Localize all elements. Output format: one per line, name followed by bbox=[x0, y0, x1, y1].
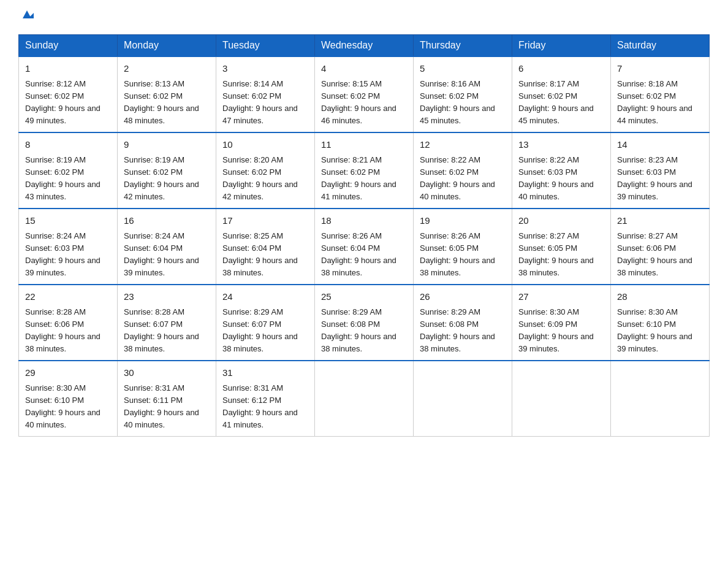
calendar-cell: 9Sunrise: 8:19 AMSunset: 6:02 PMDaylight… bbox=[118, 132, 216, 209]
day-info: Sunrise: 8:23 AMSunset: 6:03 PMDaylight:… bbox=[617, 154, 703, 204]
daylight-text: Daylight: 9 hours and 38 minutes. bbox=[420, 256, 495, 277]
day-number: 10 bbox=[222, 138, 308, 152]
sunrise-text: Sunrise: 8:16 AM bbox=[420, 79, 480, 88]
sunset-text: Sunset: 6:02 PM bbox=[321, 167, 380, 177]
sunrise-text: Sunrise: 8:13 AM bbox=[124, 79, 184, 88]
col-tuesday: Tuesday bbox=[216, 35, 315, 57]
day-number: 13 bbox=[518, 138, 604, 152]
daylight-text: Daylight: 9 hours and 40 minutes. bbox=[420, 180, 495, 201]
sunset-text: Sunset: 6:02 PM bbox=[321, 91, 380, 101]
page-wrapper: Sunday Monday Tuesday Wednesday Thursday… bbox=[18, 12, 710, 437]
sunrise-text: Sunrise: 8:21 AM bbox=[321, 155, 382, 164]
day-info: Sunrise: 8:28 AMSunset: 6:07 PMDaylight:… bbox=[124, 306, 210, 356]
calendar-cell: 7Sunrise: 8:18 AMSunset: 6:02 PMDaylight… bbox=[611, 56, 710, 132]
sunrise-text: Sunrise: 8:27 AM bbox=[518, 231, 579, 240]
calendar-cell: 8Sunrise: 8:19 AMSunset: 6:02 PMDaylight… bbox=[19, 132, 118, 209]
day-info: Sunrise: 8:21 AMSunset: 6:02 PMDaylight:… bbox=[321, 154, 407, 204]
day-number: 9 bbox=[124, 138, 210, 152]
day-number: 27 bbox=[518, 290, 604, 304]
day-number: 6 bbox=[518, 62, 604, 76]
sunset-text: Sunset: 6:02 PM bbox=[25, 167, 84, 177]
sunset-text: Sunset: 6:03 PM bbox=[617, 167, 676, 177]
sunset-text: Sunset: 6:02 PM bbox=[222, 91, 281, 101]
calendar-cell: 17Sunrise: 8:25 AMSunset: 6:04 PMDayligh… bbox=[216, 209, 315, 285]
col-sunday: Sunday bbox=[19, 35, 118, 57]
day-info: Sunrise: 8:27 AMSunset: 6:06 PMDaylight:… bbox=[617, 230, 703, 280]
day-info: Sunrise: 8:26 AMSunset: 6:04 PMDaylight:… bbox=[321, 230, 407, 280]
sunset-text: Sunset: 6:05 PM bbox=[518, 243, 577, 253]
day-number: 1 bbox=[25, 62, 111, 76]
day-number: 14 bbox=[617, 138, 703, 152]
sunset-text: Sunset: 6:08 PM bbox=[420, 320, 479, 329]
calendar-table: Sunday Monday Tuesday Wednesday Thursday… bbox=[18, 34, 710, 437]
calendar-cell bbox=[611, 361, 710, 437]
calendar-cell bbox=[315, 361, 414, 437]
day-info: Sunrise: 8:31 AMSunset: 6:12 PMDaylight:… bbox=[222, 382, 308, 432]
day-info: Sunrise: 8:22 AMSunset: 6:03 PMDaylight:… bbox=[518, 154, 604, 204]
calendar-cell: 20Sunrise: 8:27 AMSunset: 6:05 PMDayligh… bbox=[512, 209, 611, 285]
day-info: Sunrise: 8:30 AMSunset: 6:10 PMDaylight:… bbox=[25, 382, 111, 432]
sunset-text: Sunset: 6:02 PM bbox=[222, 167, 281, 177]
day-number: 8 bbox=[25, 138, 111, 152]
sunrise-text: Sunrise: 8:24 AM bbox=[25, 231, 86, 240]
day-info: Sunrise: 8:18 AMSunset: 6:02 PMDaylight:… bbox=[617, 78, 703, 128]
sunrise-text: Sunrise: 8:12 AM bbox=[25, 79, 86, 88]
sunset-text: Sunset: 6:12 PM bbox=[222, 396, 281, 405]
calendar-cell: 10Sunrise: 8:20 AMSunset: 6:02 PMDayligh… bbox=[216, 132, 315, 209]
sunrise-text: Sunrise: 8:25 AM bbox=[222, 231, 283, 240]
daylight-text: Daylight: 9 hours and 43 minutes. bbox=[25, 180, 100, 201]
day-number: 17 bbox=[222, 214, 308, 228]
daylight-text: Daylight: 9 hours and 49 minutes. bbox=[25, 104, 100, 125]
day-info: Sunrise: 8:29 AMSunset: 6:08 PMDaylight:… bbox=[321, 306, 407, 356]
day-number: 18 bbox=[321, 214, 407, 228]
daylight-text: Daylight: 9 hours and 41 minutes. bbox=[321, 180, 396, 201]
day-number: 31 bbox=[222, 366, 308, 380]
daylight-text: Daylight: 9 hours and 46 minutes. bbox=[321, 104, 396, 125]
day-info: Sunrise: 8:28 AMSunset: 6:06 PMDaylight:… bbox=[25, 306, 111, 356]
calendar-cell: 4Sunrise: 8:15 AMSunset: 6:02 PMDaylight… bbox=[315, 56, 414, 132]
day-info: Sunrise: 8:19 AMSunset: 6:02 PMDaylight:… bbox=[124, 154, 210, 204]
sunrise-text: Sunrise: 8:27 AM bbox=[617, 231, 678, 240]
sunset-text: Sunset: 6:02 PM bbox=[25, 91, 84, 101]
day-info: Sunrise: 8:26 AMSunset: 6:05 PMDaylight:… bbox=[420, 230, 506, 280]
sunset-text: Sunset: 6:04 PM bbox=[321, 243, 380, 253]
day-number: 29 bbox=[25, 366, 111, 380]
daylight-text: Daylight: 9 hours and 38 minutes. bbox=[518, 256, 594, 277]
sunrise-text: Sunrise: 8:30 AM bbox=[617, 307, 678, 316]
daylight-text: Daylight: 9 hours and 40 minutes. bbox=[518, 180, 594, 201]
day-info: Sunrise: 8:15 AMSunset: 6:02 PMDaylight:… bbox=[321, 78, 407, 128]
sunset-text: Sunset: 6:09 PM bbox=[518, 320, 577, 329]
sunrise-text: Sunrise: 8:15 AM bbox=[321, 79, 382, 88]
sunrise-text: Sunrise: 8:14 AM bbox=[222, 79, 283, 88]
sunset-text: Sunset: 6:02 PM bbox=[420, 167, 479, 177]
day-number: 3 bbox=[222, 62, 308, 76]
day-number: 16 bbox=[124, 214, 210, 228]
day-info: Sunrise: 8:22 AMSunset: 6:02 PMDaylight:… bbox=[420, 154, 506, 204]
sunrise-text: Sunrise: 8:19 AM bbox=[25, 155, 86, 164]
calendar-cell: 21Sunrise: 8:27 AMSunset: 6:06 PMDayligh… bbox=[611, 209, 710, 285]
daylight-text: Daylight: 9 hours and 47 minutes. bbox=[222, 104, 298, 125]
calendar-cell: 19Sunrise: 8:26 AMSunset: 6:05 PMDayligh… bbox=[414, 209, 512, 285]
sunset-text: Sunset: 6:03 PM bbox=[518, 167, 577, 177]
daylight-text: Daylight: 9 hours and 45 minutes. bbox=[420, 104, 495, 125]
sunset-text: Sunset: 6:10 PM bbox=[617, 320, 676, 329]
calendar-cell: 30Sunrise: 8:31 AMSunset: 6:11 PMDayligh… bbox=[118, 361, 216, 437]
sunrise-text: Sunrise: 8:30 AM bbox=[25, 383, 86, 393]
day-number: 11 bbox=[321, 138, 407, 152]
daylight-text: Daylight: 9 hours and 42 minutes. bbox=[222, 180, 298, 201]
sunrise-text: Sunrise: 8:26 AM bbox=[420, 231, 480, 240]
week-row-2: 8Sunrise: 8:19 AMSunset: 6:02 PMDaylight… bbox=[19, 132, 710, 209]
day-info: Sunrise: 8:24 AMSunset: 6:03 PMDaylight:… bbox=[25, 230, 111, 280]
calendar-cell: 16Sunrise: 8:24 AMSunset: 6:04 PMDayligh… bbox=[118, 209, 216, 285]
sunrise-text: Sunrise: 8:29 AM bbox=[321, 307, 382, 316]
calendar-cell: 1Sunrise: 8:12 AMSunset: 6:02 PMDaylight… bbox=[19, 56, 118, 132]
week-row-1: 1Sunrise: 8:12 AMSunset: 6:02 PMDaylight… bbox=[19, 56, 710, 132]
logo bbox=[18, 12, 34, 22]
day-number: 22 bbox=[25, 290, 111, 304]
daylight-text: Daylight: 9 hours and 38 minutes. bbox=[222, 332, 298, 353]
day-number: 7 bbox=[617, 62, 703, 76]
day-number: 19 bbox=[420, 214, 506, 228]
calendar-cell: 31Sunrise: 8:31 AMSunset: 6:12 PMDayligh… bbox=[216, 361, 315, 437]
day-info: Sunrise: 8:14 AMSunset: 6:02 PMDaylight:… bbox=[222, 78, 308, 128]
sunrise-text: Sunrise: 8:29 AM bbox=[222, 307, 283, 316]
